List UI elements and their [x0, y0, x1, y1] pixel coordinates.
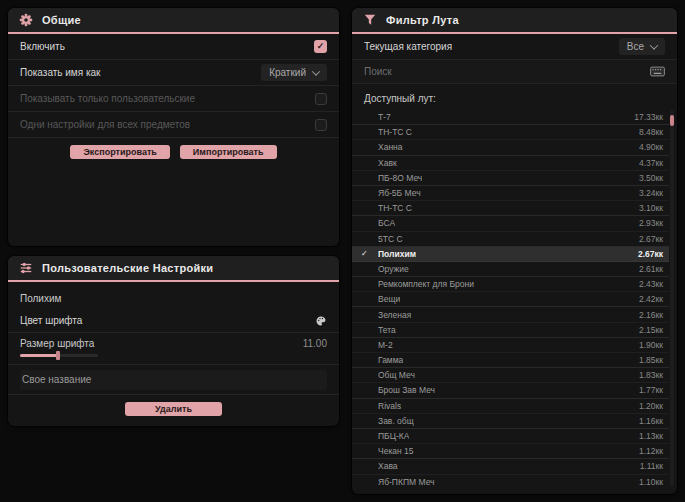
loot-item-value: 2.61кк [639, 264, 663, 274]
palette-icon[interactable] [314, 314, 327, 327]
custom-name-input[interactable] [20, 370, 327, 390]
font-size-block: Размер шрифта 11.00 [8, 333, 339, 365]
custom-settings-header: Пользовательские Настройки [8, 256, 339, 282]
loot-item-value: 3.24кк [639, 188, 663, 198]
loot-item-row[interactable]: Гамма1.85кк [352, 353, 669, 368]
display-name-row: Показать имя как Краткий [8, 60, 339, 86]
loot-item-name: Яб-ПКПМ Меч [378, 477, 435, 487]
loot-item-value: 1.90кк [639, 340, 663, 350]
custom-settings-panel: Пользовательские Настройки Полихим Цвет … [8, 256, 339, 426]
loot-item-row[interactable]: ТН-ТС С8.48кк [352, 125, 669, 140]
loot-item-row[interactable]: Ханна4.90кк [352, 140, 669, 155]
loot-item-value: 2.15кк [639, 325, 663, 335]
loot-item-value: 3.10кк [639, 203, 663, 213]
loot-item-name: Хавк [378, 158, 397, 168]
loot-item-name: ТН-ТС С [378, 127, 412, 137]
loot-item-name: Зеленая [378, 310, 411, 320]
enable-checkbox[interactable]: ✓ [314, 40, 327, 53]
loot-item-row[interactable]: Ремкомплект для Брони2.43кк [352, 277, 669, 292]
loot-item-value: 8.48кк [639, 127, 663, 137]
category-label: Текущая категория [364, 41, 452, 52]
font-size-slider[interactable] [20, 354, 98, 357]
loot-item-name: Оружие [378, 264, 409, 274]
loot-item-name: ПБ-8О Меч [378, 173, 422, 183]
display-name-dropdown[interactable]: Краткий [261, 64, 327, 81]
panel-title: Пользовательские Настройки [42, 262, 213, 274]
import-button[interactable]: Импортировать [180, 145, 277, 159]
general-panel: Общие Включить ✓ Показать имя как Кратки… [8, 8, 339, 246]
search-input[interactable] [364, 66, 650, 77]
enable-row: Включить ✓ [8, 34, 339, 60]
loot-item-row[interactable]: Тета2.15кк [352, 323, 669, 338]
loot-item-row[interactable]: М-21.90кк [352, 338, 669, 353]
enable-label: Включить [20, 41, 65, 52]
export-import-row: Экспортировать Импортировать [8, 145, 339, 159]
loot-item-row[interactable]: 5ТС С2.67кк [352, 232, 669, 247]
category-row: Текущая категория Все [352, 34, 677, 60]
available-loot-label: Доступный лут: [352, 84, 677, 109]
keyboard-icon[interactable] [650, 66, 665, 77]
loot-filter-header: Фильтр Лута [352, 8, 677, 34]
loot-item-value: 2.43кк [639, 279, 663, 289]
shared-settings-row: Одни настройки для всех предметов [8, 112, 339, 138]
loot-item-value: 1.16кк [639, 416, 663, 426]
loot-item-row[interactable]: Зав. общ1.16кк [352, 414, 669, 429]
loot-list-scrollbar[interactable] [670, 110, 674, 487]
gear-icon [19, 13, 33, 27]
loot-item-row[interactable]: ✓Полихим2.67кк [352, 247, 669, 262]
selected-item-name: Полихим [8, 282, 339, 309]
loot-item-value: 2.67кк [639, 234, 663, 244]
slider-fill [20, 354, 58, 357]
loot-item-row[interactable]: Яб-ПКПМ Меч1.10кк [352, 475, 669, 488]
loot-item-name: М-2 [378, 340, 393, 350]
delete-button[interactable]: Удалить [125, 402, 222, 416]
loot-item-name: ТН-ТС С [378, 203, 412, 213]
font-size-label: Размер шрифта [20, 338, 94, 349]
loot-item-value: 2.93кк [639, 218, 663, 228]
slider-handle[interactable] [56, 351, 60, 360]
category-dropdown[interactable]: Все [619, 38, 665, 55]
loot-item-name: Полихим [378, 249, 416, 259]
loot-item-row[interactable]: Яб-5Б Меч3.24кк [352, 186, 669, 201]
loot-item-name: Ремкомплект для Брони [378, 279, 474, 289]
only-custom-label: Показывать только пользовательские [20, 93, 195, 104]
display-name-label: Показать имя как [20, 67, 100, 78]
loot-item-value: 2.42кк [639, 294, 663, 304]
loot-item-name: Т-7 [378, 112, 391, 122]
panel-title: Общие [42, 14, 81, 26]
loot-item-row[interactable]: ТН-ТС С3.10кк [352, 201, 669, 216]
loot-item-value: 2.67кк [638, 249, 663, 259]
only-custom-checkbox [315, 93, 327, 105]
loot-item-name: Зав. общ [378, 416, 414, 426]
loot-item-row[interactable]: Т-717.33кк [352, 110, 669, 125]
export-button[interactable]: Экспортировать [70, 145, 169, 159]
loot-item-row[interactable]: Брош Зав Меч1.77кк [352, 383, 669, 398]
loot-item-row[interactable]: Чекан 151.12кк [352, 444, 669, 459]
custom-name-row [8, 365, 339, 395]
loot-item-row[interactable]: Хава1.11кк [352, 459, 669, 474]
loot-item-value: 1.77кк [639, 385, 663, 395]
loot-item-value: 2.16кк [639, 310, 663, 320]
loot-item-row[interactable]: Общ Меч1.83кк [352, 368, 669, 383]
font-size-value: 11.00 [303, 338, 327, 349]
loot-item-row[interactable]: Rivals1.20кк [352, 399, 669, 414]
loot-item-row[interactable]: Вещи2.42кк [352, 292, 669, 307]
loot-item-name: Ханна [378, 142, 403, 152]
loot-item-value: 1.10кк [639, 477, 663, 487]
loot-item-name: БСА [378, 218, 395, 228]
loot-item-row[interactable]: ПБ-8О Меч3.50кк [352, 171, 669, 186]
loot-item-row[interactable]: БСА2.93кк [352, 216, 669, 231]
loot-item-name: Rivals [378, 401, 401, 411]
loot-item-value: 4.90кк [639, 142, 663, 152]
delete-row: Удалить [8, 402, 339, 416]
loot-item-row[interactable]: Оружие2.61кк [352, 262, 669, 277]
loot-item-name: Гамма [378, 355, 403, 365]
loot-item-row[interactable]: Хавк4.37кк [352, 156, 669, 171]
loot-item-row[interactable]: ПБЦ-КА1.13кк [352, 429, 669, 444]
panel-title: Фильтр Лута [386, 14, 459, 26]
loot-item-value: 4.37кк [639, 158, 663, 168]
loot-item-row[interactable]: Зеленая2.16кк [352, 307, 669, 322]
loot-item-name: Яб-5Б Меч [378, 188, 421, 198]
scrollbar-thumb[interactable] [670, 115, 674, 126]
loot-item-name: Брош Зав Меч [378, 385, 435, 395]
